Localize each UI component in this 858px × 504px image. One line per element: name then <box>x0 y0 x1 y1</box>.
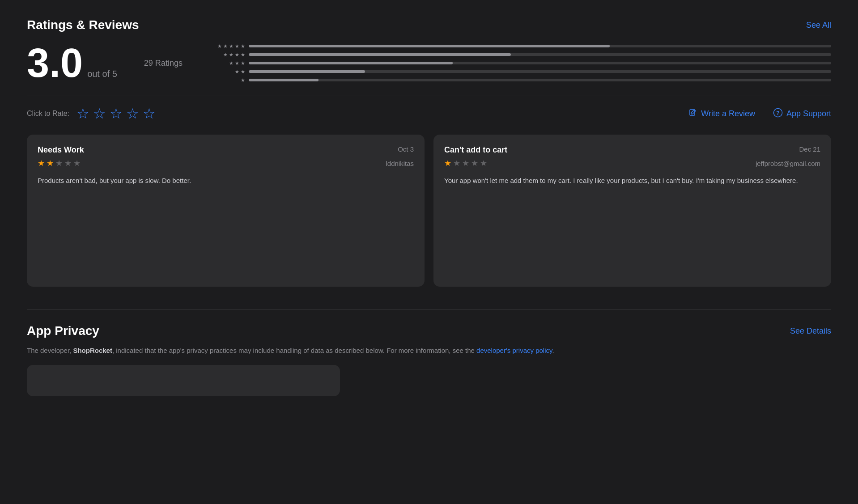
star-dot: ★ <box>235 43 239 49</box>
star-empty: ★ <box>55 158 63 168</box>
review-stars-row: ★★★★★jeffprobst@gmail.com <box>444 158 820 168</box>
review-stars-row: ★★★★★lddnikitas <box>38 158 414 168</box>
star-dot: ★ <box>223 52 228 58</box>
star-bar-dots: ★★★★ <box>209 52 245 58</box>
star-dot: ★ <box>235 60 239 66</box>
see-details-link[interactable]: See Details <box>790 326 831 336</box>
click-to-rate-label: Click to Rate: <box>27 110 69 118</box>
star-bar-dots: ★★★★★ <box>209 43 245 49</box>
review-header: Needs WorkOct 3 <box>38 145 414 155</box>
star-empty: ★ <box>453 158 460 168</box>
write-review-button[interactable]: Write a Review <box>688 108 755 119</box>
star-bar-dots: ★★★ <box>209 60 245 66</box>
review-card: Can't add to cartDec 21★★★★★jeffprobst@g… <box>433 135 831 287</box>
bar-fill <box>249 45 610 47</box>
star-dot: ★ <box>241 52 245 58</box>
star-bar-dots: ★★ <box>209 69 245 75</box>
review-date: Dec 21 <box>799 145 820 153</box>
review-title: Can't add to cart <box>444 145 507 155</box>
privacy-text: The developer, ShopRocket, indicated tha… <box>27 345 787 356</box>
star-bar-row: ★★ <box>209 69 831 75</box>
app-support-label: App Support <box>786 109 831 119</box>
section-header: Ratings & Reviews See All <box>27 18 831 32</box>
big-rating-number: 3.0 <box>27 43 83 83</box>
out-of-label: out of 5 <box>87 69 117 79</box>
bar-fill <box>249 53 511 56</box>
review-stars: ★★★★★ <box>38 158 81 168</box>
write-review-label: Write a Review <box>701 109 755 119</box>
rate-star-2[interactable]: ☆ <box>93 105 106 122</box>
bar-track <box>249 53 831 56</box>
svg-text:?: ? <box>776 110 780 116</box>
privacy-bottom-card <box>27 365 340 396</box>
big-rating-display: 3.0 out of 5 <box>27 43 117 83</box>
star-dot: ★ <box>241 60 245 66</box>
star-dot: ★ <box>229 43 234 49</box>
ratings-reviews-section: Ratings & Reviews See All 3.0 out of 5 2… <box>27 18 831 287</box>
reviewer-name: jeffprobst@gmail.com <box>756 160 820 167</box>
star-filled: ★ <box>47 158 54 168</box>
star-bars-chart: ★★★★★★★★★★★★★★★ <box>209 43 831 83</box>
app-privacy-section: App Privacy See Details The developer, S… <box>27 309 831 396</box>
bar-track <box>249 70 831 73</box>
review-body: Products aren't bad, but your app is slo… <box>38 175 414 186</box>
star-dot: ★ <box>241 69 245 75</box>
review-title: Needs Work <box>38 145 84 155</box>
bar-track <box>249 45 831 47</box>
rate-star-1[interactable]: ☆ <box>76 105 89 122</box>
see-all-link[interactable]: See All <box>806 21 831 30</box>
ratings-count: 29 Ratings <box>144 59 183 68</box>
star-dot: ★ <box>235 69 239 75</box>
star-empty: ★ <box>462 158 469 168</box>
star-dot: ★ <box>241 43 245 49</box>
star-empty: ★ <box>73 158 81 168</box>
bar-track <box>249 62 831 64</box>
rate-star-4[interactable]: ☆ <box>126 105 139 122</box>
bar-fill <box>249 79 319 81</box>
star-filled: ★ <box>38 158 45 168</box>
review-date: Oct 3 <box>398 145 414 153</box>
star-dot: ★ <box>241 77 245 83</box>
star-dot: ★ <box>223 43 228 49</box>
privacy-policy-link[interactable]: developer's privacy policy <box>476 347 552 354</box>
star-dot: ★ <box>217 43 222 49</box>
bar-track <box>249 79 831 81</box>
rate-stars[interactable]: ☆ ☆ ☆ ☆ ☆ <box>76 105 156 122</box>
review-header: Can't add to cartDec 21 <box>444 145 820 155</box>
write-review-icon <box>688 108 697 119</box>
rate-star-5[interactable]: ☆ <box>143 105 156 122</box>
rate-row: Click to Rate: ☆ ☆ ☆ ☆ ☆ Write a Review <box>27 105 831 122</box>
star-dot: ★ <box>229 52 234 58</box>
bar-fill <box>249 70 365 73</box>
star-bar-row: ★★★★ <box>209 52 831 58</box>
app-support-button[interactable]: ? App Support <box>773 108 831 120</box>
review-card: Needs WorkOct 3★★★★★lddnikitasProducts a… <box>27 135 425 287</box>
star-bar-dots: ★ <box>209 77 245 83</box>
star-empty: ★ <box>471 158 478 168</box>
star-dot: ★ <box>235 52 239 58</box>
section-title: Ratings & Reviews <box>27 18 139 32</box>
review-stars: ★★★★★ <box>444 158 487 168</box>
reviewer-name: lddnikitas <box>386 160 414 167</box>
star-bar-row: ★★★ <box>209 60 831 66</box>
star-bar-row: ★ <box>209 77 831 83</box>
rate-actions: Write a Review ? App Support <box>688 108 831 120</box>
developer-name: ShopRocket <box>73 347 112 354</box>
privacy-header: App Privacy See Details <box>27 324 831 338</box>
divider-1 <box>27 96 831 96</box>
star-bar-row: ★★★★★ <box>209 43 831 49</box>
app-support-icon: ? <box>773 108 783 120</box>
bar-fill <box>249 62 453 64</box>
star-dot: ★ <box>229 60 234 66</box>
star-empty: ★ <box>64 158 72 168</box>
star-empty: ★ <box>480 158 487 168</box>
rating-summary: 3.0 out of 5 29 Ratings ★★★★★★★★★★★★★★★ <box>27 43 831 83</box>
reviews-grid: Needs WorkOct 3★★★★★lddnikitasProducts a… <box>27 135 831 287</box>
privacy-title: App Privacy <box>27 324 99 338</box>
star-filled: ★ <box>444 158 451 168</box>
review-body: Your app won't let me add them to my car… <box>444 175 820 186</box>
rate-star-3[interactable]: ☆ <box>110 105 123 122</box>
